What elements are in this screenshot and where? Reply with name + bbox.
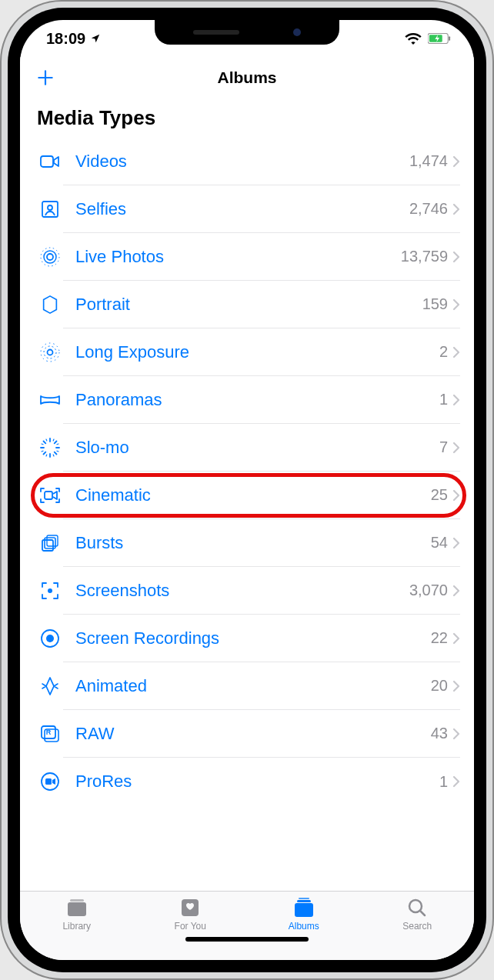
- chevron-right-icon: [452, 489, 460, 502]
- row-count: 3,070: [409, 582, 448, 599]
- row-count: 1,474: [409, 152, 448, 170]
- status-time: 18:09: [46, 30, 85, 48]
- svg-rect-30: [45, 538, 55, 548]
- page-title: Albums: [217, 68, 276, 87]
- section-header: Media Types: [20, 98, 474, 138]
- svg-rect-3: [41, 156, 53, 167]
- media-type-row[interactable]: RRAW43: [20, 710, 474, 758]
- row-label: Bursts: [75, 533, 431, 553]
- row-label: RAW: [75, 724, 431, 744]
- animated-icon: [37, 676, 63, 696]
- chevron-right-icon: [452, 298, 460, 311]
- tab-label: Albums: [289, 921, 319, 932]
- svg-line-17: [55, 452, 57, 455]
- svg-line-27: [57, 451, 58, 452]
- row-count: 2: [439, 343, 448, 361]
- bursts-icon: [37, 533, 63, 553]
- row-count: 7: [439, 438, 448, 456]
- chevron-right-icon: [452, 442, 460, 454]
- albums-tab-icon: [292, 898, 315, 918]
- tab-search[interactable]: Search: [361, 898, 475, 932]
- media-type-row[interactable]: Live Photos13,759: [20, 233, 474, 281]
- media-type-row[interactable]: Long Exposure2: [20, 328, 474, 376]
- media-type-row[interactable]: Animated20: [20, 662, 474, 710]
- row-label: Animated: [75, 676, 431, 696]
- selfies-icon: [37, 200, 63, 218]
- row-count: 13,759: [401, 248, 448, 265]
- svg-line-25: [42, 451, 43, 452]
- row-label: ProRes: [75, 772, 439, 792]
- row-count: 54: [431, 534, 448, 552]
- media-type-row[interactable]: Panoramas1: [20, 376, 474, 424]
- prores-icon: [37, 772, 63, 792]
- svg-rect-45: [299, 898, 309, 899]
- row-count: 1: [439, 773, 448, 791]
- tab-albums[interactable]: Albums: [247, 898, 361, 932]
- tab-label: For You: [175, 921, 206, 932]
- media-type-row[interactable]: Portrait159: [20, 281, 474, 328]
- svg-line-19: [55, 442, 57, 444]
- svg-rect-43: [295, 903, 313, 917]
- for-you-tab-icon: [180, 898, 200, 918]
- svg-rect-41: [70, 899, 84, 902]
- screen-rec-icon: [37, 628, 63, 648]
- svg-line-22: [46, 455, 47, 456]
- row-label: Portrait: [75, 295, 422, 315]
- add-button[interactable]: [35, 68, 55, 88]
- raw-icon: R: [37, 725, 63, 743]
- media-type-row[interactable]: Screen Recordings22: [20, 615, 474, 662]
- svg-point-32: [48, 588, 52, 593]
- portrait-icon: [37, 295, 63, 315]
- video-icon: [37, 154, 63, 169]
- row-label: Slo-mo: [75, 438, 439, 458]
- search-tab-icon: [407, 898, 427, 918]
- row-count: 2,746: [409, 200, 448, 218]
- svg-line-21: [53, 439, 54, 441]
- media-type-row[interactable]: Videos1,474: [20, 138, 474, 185]
- tab-label: Search: [402, 921, 432, 932]
- svg-point-6: [47, 254, 53, 260]
- chevron-right-icon: [452, 632, 460, 645]
- chevron-right-icon: [452, 728, 460, 740]
- media-type-row[interactable]: Slo-mo7: [20, 424, 474, 472]
- media-type-row[interactable]: ProRes1: [20, 758, 474, 805]
- svg-point-5: [48, 205, 52, 210]
- row-label: Selfies: [75, 199, 409, 219]
- long-exposure-icon: [37, 342, 63, 362]
- svg-rect-40: [68, 902, 86, 916]
- chevron-right-icon: [452, 775, 460, 788]
- tab-library[interactable]: Library: [20, 898, 134, 932]
- row-label: Long Exposure: [75, 342, 439, 362]
- svg-line-20: [46, 439, 47, 441]
- content-scroll[interactable]: Media Types Videos1,474Selfies2,746Live …: [20, 98, 474, 891]
- tab-bar: LibraryFor YouAlbumsSearch: [20, 891, 474, 960]
- svg-point-9: [48, 350, 53, 355]
- row-label: Live Photos: [75, 247, 401, 267]
- svg-line-24: [42, 444, 43, 445]
- svg-rect-4: [42, 202, 58, 217]
- svg-line-18: [44, 452, 46, 455]
- panoramas-icon: [37, 393, 63, 407]
- home-indicator[interactable]: [185, 937, 309, 942]
- row-label: Screenshots: [75, 581, 409, 601]
- slo-mo-icon: [37, 438, 63, 458]
- library-tab-icon: [65, 898, 89, 918]
- media-type-row[interactable]: Screenshots3,070: [20, 567, 474, 615]
- tab-for-you[interactable]: For You: [134, 898, 248, 932]
- row-label: Cinematic: [75, 485, 431, 505]
- media-type-row[interactable]: Cinematic25: [20, 472, 474, 519]
- row-count: 1: [439, 391, 448, 408]
- svg-rect-39: [45, 778, 52, 785]
- media-type-row[interactable]: Bursts54: [20, 519, 474, 567]
- cinematic-icon: [37, 487, 63, 504]
- tab-label: Library: [62, 921, 91, 932]
- screenshots-icon: [37, 581, 63, 601]
- row-count: 43: [431, 725, 448, 742]
- chevron-right-icon: [452, 346, 460, 358]
- svg-rect-2: [449, 36, 450, 41]
- wifi-icon: [405, 32, 422, 45]
- chevron-right-icon: [452, 251, 460, 263]
- row-count: 20: [431, 677, 448, 695]
- media-type-row[interactable]: Selfies2,746: [20, 185, 474, 233]
- chevron-right-icon: [452, 585, 460, 597]
